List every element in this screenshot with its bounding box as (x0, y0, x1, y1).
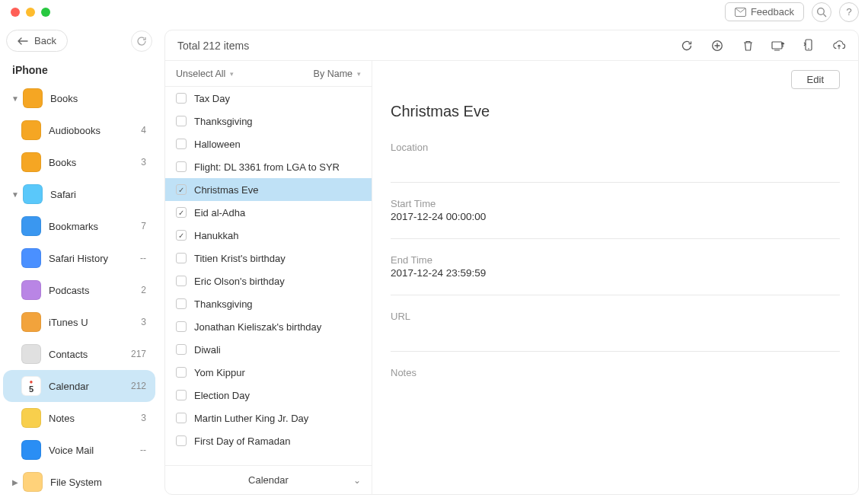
maximize-window-button[interactable] (41, 8, 50, 17)
help-button[interactable]: ? (839, 2, 859, 22)
sidebar-item[interactable]: Contacts217 (3, 338, 155, 370)
event-list-row[interactable]: Christmas Eve (165, 178, 372, 201)
sidebar-item[interactable]: Safari History-- (3, 242, 155, 274)
app-icon: ●5 (21, 376, 41, 396)
delete-button[interactable] (741, 39, 755, 53)
sidebar-group-header[interactable]: ▼Books (3, 82, 155, 114)
sidebar-item[interactable]: Podcasts2 (3, 274, 155, 306)
refresh-button[interactable] (680, 39, 694, 53)
sidebar-item[interactable]: Bookmarks7 (3, 210, 155, 242)
to-phone-button[interactable] (802, 39, 815, 53)
event-list-row[interactable]: Halloween (165, 132, 372, 155)
event-label: Christmas Eve (194, 184, 259, 196)
search-button[interactable] (812, 2, 831, 22)
divider (391, 182, 840, 183)
checkbox[interactable] (176, 390, 187, 400)
event-list-row[interactable]: Jonathan Kieliszak's birthday (165, 315, 372, 338)
sidebar-item-count: 4 (141, 125, 146, 136)
event-list-row[interactable]: First Day of Ramadan (165, 429, 372, 452)
feedback-button[interactable]: Feedback (725, 2, 804, 21)
chevron-down-icon: ▾ (357, 70, 361, 78)
titlebar-right: Feedback ? (725, 2, 859, 22)
sidebar-item-count: 217 (131, 349, 146, 359)
event-label: Eid al-Adha (194, 207, 245, 219)
back-button[interactable]: Back (6, 30, 68, 52)
checkbox[interactable] (176, 230, 187, 241)
back-label: Back (34, 35, 56, 46)
sidebar-item[interactable]: Audiobooks4 (3, 114, 155, 146)
to-device-button[interactable] (771, 39, 785, 53)
add-button[interactable] (710, 39, 724, 53)
checkbox[interactable] (176, 413, 187, 423)
event-list-row[interactable]: Eric Olson's birthday (165, 270, 372, 292)
device-name: iPhone (0, 58, 158, 82)
arrow-left-icon (18, 37, 28, 45)
checkbox[interactable] (176, 344, 187, 355)
checkbox[interactable] (176, 367, 187, 378)
sidebar-item[interactable]: ●5Calendar212 (3, 370, 155, 402)
app-icon (21, 280, 41, 300)
checkbox[interactable] (176, 161, 187, 172)
sort-toggle[interactable]: By Name ▾ (314, 69, 361, 79)
mail-icon (735, 8, 746, 17)
sidebar-item-count: 7 (141, 221, 146, 231)
event-list-row[interactable]: Martin Luther King Jr. Day (165, 407, 372, 429)
event-list-row[interactable]: Thanksgiving (165, 292, 372, 315)
edit-button[interactable]: Edit (791, 70, 840, 89)
sidebar-item-count: -- (140, 445, 146, 455)
checkbox[interactable] (176, 253, 187, 263)
sidebar-item[interactable]: Books3 (3, 146, 155, 178)
checkbox[interactable] (176, 435, 187, 446)
checkbox[interactable] (176, 93, 187, 104)
minimize-window-button[interactable] (26, 8, 35, 17)
sidebar-item[interactable]: Voice Mail-- (3, 434, 155, 466)
event-list[interactable]: Tax DayThanksgivingHalloweenFlight: DL 3… (165, 87, 372, 465)
event-list-row[interactable]: Thanksgiving (165, 110, 372, 132)
total-items-label: Total 212 items (177, 40, 249, 52)
start-time-field: Start Time 2017-12-24 00:00:00 (391, 198, 840, 223)
event-list-row[interactable]: Diwali (165, 338, 372, 361)
sidebar-group-header[interactable]: ▼Safari (3, 178, 155, 210)
event-list-row[interactable]: Flight: DL 3361 from LGA to SYR (165, 155, 372, 178)
sidebar-item[interactable]: iTunes U3 (3, 306, 155, 338)
divider (391, 238, 840, 239)
event-label: Tax Day (194, 93, 230, 104)
app-icon (21, 216, 41, 236)
event-list-row[interactable]: Eid al-Adha (165, 201, 372, 224)
app-icon (23, 184, 43, 204)
checkbox[interactable] (176, 139, 187, 149)
event-list-row[interactable]: Hanukkah (165, 224, 372, 247)
event-label: First Day of Ramadan (194, 435, 290, 447)
checkbox[interactable] (176, 298, 187, 309)
list-footer-label: Calendar (248, 474, 289, 486)
event-list-row[interactable]: Titien Krist's birthday (165, 247, 372, 270)
feedback-label: Feedback (751, 6, 794, 18)
sidebar-item-label: Safari History (49, 253, 140, 264)
checkbox[interactable] (176, 321, 187, 332)
checkbox[interactable] (176, 184, 187, 195)
event-list-row[interactable]: Election Day (165, 384, 372, 407)
sidebar-item-count: 3 (141, 157, 146, 167)
app-body: Back iPhone ▼BooksAudiobooks4Books3▼Safa… (0, 24, 868, 504)
event-label: Flight: DL 3361 from LGA to SYR (194, 161, 340, 173)
event-list-row[interactable]: Tax Day (165, 87, 372, 110)
sidebar-item-count: 2 (141, 285, 146, 295)
close-window-button[interactable] (11, 8, 20, 17)
checkbox[interactable] (176, 207, 187, 218)
sidebar-item[interactable]: Notes3 (3, 402, 155, 434)
select-all-toggle[interactable]: Unselect All ▾ (176, 69, 234, 79)
detail-top: Edit (391, 70, 840, 89)
divider (391, 295, 840, 295)
event-list-row[interactable]: Yom Kippur (165, 361, 372, 384)
sidebar-item-label: Bookmarks (49, 221, 141, 232)
to-cloud-button[interactable] (832, 39, 846, 53)
sidebar-group-header[interactable]: ▶File System (3, 466, 155, 498)
start-time-label: Start Time (391, 198, 840, 209)
sidebar-item-label: Books (49, 157, 141, 168)
sidebar-refresh-button[interactable] (131, 30, 152, 52)
app-icon (21, 440, 41, 460)
app-icon (21, 344, 41, 364)
checkbox[interactable] (176, 276, 187, 286)
checkbox[interactable] (176, 116, 187, 126)
list-footer[interactable]: Calendar ⌄ (165, 465, 372, 494)
